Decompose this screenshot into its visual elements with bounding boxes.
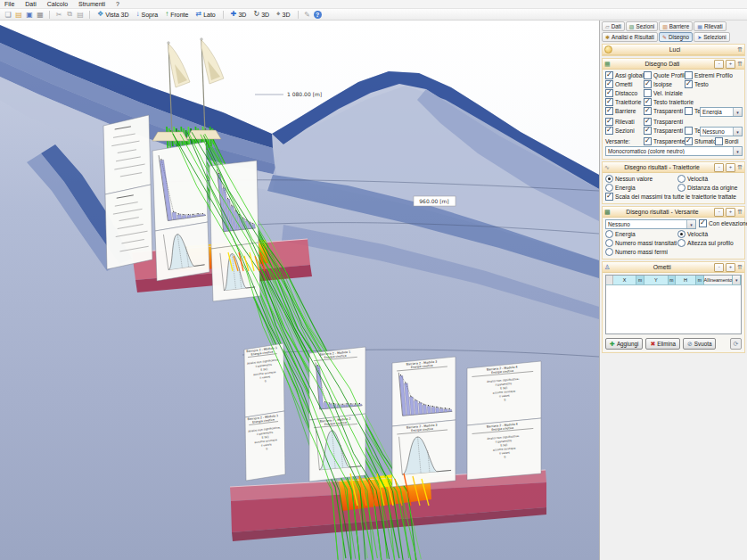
tab-label: Selezioni: [703, 34, 726, 40]
rotate-3d-button[interactable]: ↻ 3D: [250, 10, 272, 20]
tab-disegno[interactable]: ✎Disegno: [659, 32, 693, 42]
label: Velocità: [687, 231, 708, 237]
pan-icon: ✚: [231, 11, 237, 18]
altezza-profilo-radio[interactable]: [677, 239, 685, 247]
paste-icon[interactable]: ▤: [76, 10, 85, 19]
versante-trasparente-checkbox[interactable]: [644, 137, 652, 145]
tab-rilevati[interactable]: ▦Rilevati: [694, 21, 726, 31]
expand-button[interactable]: +: [726, 263, 735, 272]
barriere-checkbox[interactable]: [605, 107, 613, 115]
massi-transitati-radio[interactable]: [605, 239, 613, 247]
distanza-origine-radio[interactable]: [677, 184, 685, 192]
versante-risultato-select[interactable]: Nessuno▾: [605, 219, 696, 229]
label: Testo: [694, 81, 709, 87]
pin-icon[interactable]: ⇈: [737, 264, 743, 271]
collapse-button[interactable]: -: [714, 263, 724, 272]
vista-3d-button[interactable]: ❖ Vista 3D: [94, 10, 132, 20]
collapse-button[interactable]: -: [714, 60, 724, 69]
save-icon[interactable]: ▣: [25, 10, 34, 19]
arrow-down-icon: ↓: [136, 11, 140, 18]
column-header-h: H: [676, 276, 696, 284]
copy-icon[interactable]: ⧉: [65, 10, 74, 19]
refresh-button[interactable]: ⟳: [730, 338, 742, 350]
versante-colore-select[interactable]: Monocromatico (colore neutro)▾: [605, 146, 743, 156]
label: Numero massi fermi: [615, 249, 668, 255]
fronte-button[interactable]: ↑ Fronte: [162, 10, 191, 20]
sezioni-testo-checkbox[interactable]: [685, 127, 693, 135]
label: Energia: [615, 185, 636, 191]
menu-item-help[interactable]: ?: [116, 1, 119, 7]
con-elevazione-checkbox[interactable]: [699, 219, 707, 227]
barriere-trasparenti-checkbox[interactable]: [644, 107, 652, 115]
versante-energia-radio[interactable]: [605, 230, 613, 238]
allineamento-dropdown-icon[interactable]: ▾: [733, 276, 741, 284]
isoipse-checkbox[interactable]: [644, 80, 652, 88]
label: Rilevati: [615, 119, 635, 125]
expand-button[interactable]: +: [726, 163, 735, 172]
sezioni-testo-select[interactable]: Nessuno▾: [700, 127, 743, 136]
massi-fermi-radio[interactable]: [605, 248, 613, 256]
label: Con elevazione: [709, 220, 747, 226]
tab-selezioni[interactable]: ➤Selezioni: [694, 32, 730, 42]
new-file-icon[interactable]: ❏: [4, 10, 12, 19]
pin-icon[interactable]: ⇈: [737, 46, 743, 54]
pan-3d-button[interactable]: ✚ 3D: [228, 10, 250, 20]
velocita-radio[interactable]: [677, 175, 685, 183]
menu-item-file[interactable]: File: [4, 1, 14, 7]
tab-label: Dati: [612, 23, 621, 29]
expand-button[interactable]: +: [726, 60, 735, 69]
label: Sfumato: [694, 138, 717, 144]
section-header[interactable]: ♙ Ometti - + ⇈: [603, 262, 744, 273]
tab-analisi-risultati[interactable]: ✱Analisi e Risultati: [602, 32, 658, 42]
collapse-button[interactable]: -: [714, 208, 724, 217]
isoipse-testo-checkbox[interactable]: [685, 80, 693, 88]
zoom-3d-button[interactable]: ⌖ 3D: [274, 10, 292, 20]
elimina-button[interactable]: ✖Elimina: [645, 338, 680, 350]
versante-sfumato-checkbox[interactable]: [685, 137, 693, 145]
versante-velocita-radio[interactable]: [677, 230, 685, 238]
unit-button-x[interactable]: m: [636, 276, 644, 284]
expand-button[interactable]: +: [726, 208, 735, 217]
sezioni-checkbox[interactable]: [605, 127, 613, 135]
label: Distacco: [615, 90, 637, 96]
label: Energia: [615, 231, 636, 237]
section-header[interactable]: ▦ Disegno Dati - + ⇈: [603, 59, 744, 70]
unit-button-y[interactable]: m: [669, 276, 677, 284]
section-ometti: ♙ Ometti - + ⇈ X m Y m H m Allinea: [602, 261, 745, 353]
label: Trasparenti: [653, 119, 683, 125]
sopra-button[interactable]: ↓ Sopra: [134, 10, 161, 20]
nessun-valore-radio[interactable]: [605, 175, 613, 183]
section-header[interactable]: ∿ Disegno risultati - Traiettorie - + ⇈: [603, 162, 744, 173]
section-luci-header[interactable]: Luci ⇈: [603, 45, 744, 55]
section-header[interactable]: ▩ Disegno risultati - Versante - + ⇈: [603, 207, 744, 218]
scala-massimi-checkbox[interactable]: [605, 193, 613, 201]
cut-icon[interactable]: ✂: [54, 10, 63, 19]
print-icon[interactable]: ▦: [36, 10, 45, 19]
pin-icon[interactable]: ⇈: [737, 61, 743, 68]
lato-button[interactable]: ⇄ Lato: [193, 10, 218, 20]
sezioni-trasparenti-checkbox[interactable]: [644, 127, 652, 135]
menu-item-strumenti[interactable]: Strumenti: [78, 1, 105, 7]
link-icon[interactable]: ✎: [303, 10, 312, 19]
menu-item-dati[interactable]: Dati: [25, 1, 36, 7]
pin-icon[interactable]: ⇈: [737, 164, 743, 171]
unit-button-h[interactable]: m: [696, 276, 704, 284]
svuota-button[interactable]: ⊘Svuota: [683, 338, 716, 350]
tab-barriere[interactable]: ▥Barriere: [659, 21, 693, 31]
menu-item-calcolo[interactable]: Calcolo: [47, 1, 68, 7]
collapse-button[interactable]: -: [714, 163, 724, 172]
barriere-testo-checkbox[interactable]: [685, 107, 693, 115]
barriere-testo-select[interactable]: Energia▾: [700, 107, 743, 117]
pin-icon[interactable]: ⇈: [737, 209, 743, 216]
help-icon[interactable]: ?: [314, 11, 322, 19]
aggiungi-button[interactable]: ✚Aggiungi: [605, 338, 643, 350]
tab-sezioni[interactable]: ▨Sezioni: [626, 21, 658, 31]
delete-icon: ✖: [650, 341, 655, 347]
open-file-icon[interactable]: ▤: [14, 10, 23, 19]
ometti-table-body[interactable]: [606, 285, 741, 334]
3d-viewport[interactable]: Barriera 2 - Modulo 1Energia cineticaAna…: [0, 21, 599, 560]
versante-bordi-checkbox[interactable]: [715, 137, 723, 145]
label: Bordi: [725, 138, 738, 144]
fronte-label: Fronte: [170, 12, 188, 18]
tab-dati[interactable]: ▱Dati: [602, 21, 625, 31]
